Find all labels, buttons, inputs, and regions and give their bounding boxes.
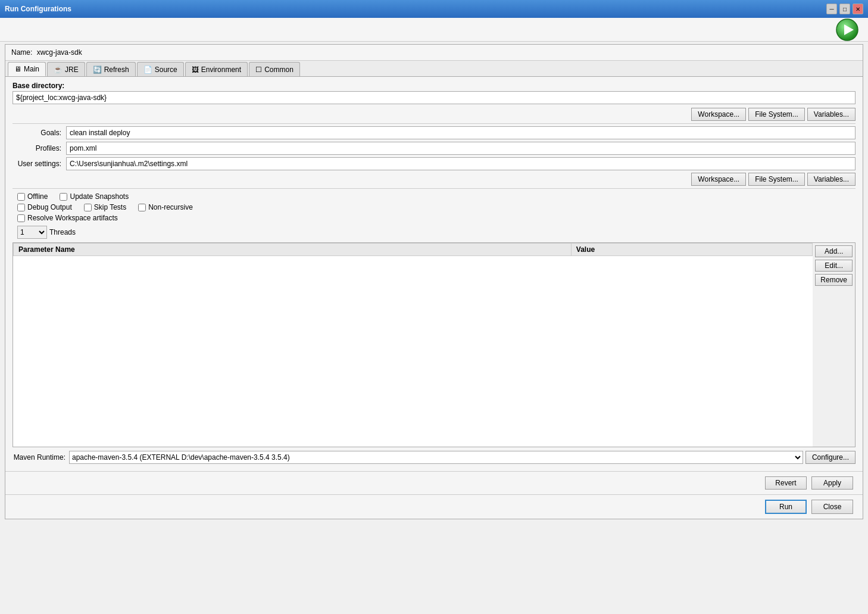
maven-runtime-label: Maven Runtime:	[13, 453, 69, 462]
offline-checkbox-item[interactable]: Offline	[17, 192, 48, 201]
tab-main-label: Main	[24, 65, 39, 73]
tab-jre[interactable]: ☕ JRE	[47, 62, 85, 76]
parameter-table-scroll[interactable]: Parameter Name Value	[13, 243, 813, 447]
file-system-button-2[interactable]: File System...	[748, 173, 805, 186]
tab-environment[interactable]: 🖼 Environment	[185, 62, 248, 76]
update-snapshots-label: Update Snapshots	[70, 192, 129, 201]
tab-source-label: Source	[155, 66, 177, 74]
goals-label: Goals:	[13, 129, 66, 137]
title-bar: Run Configurations ─ □ ✕	[0, 0, 868, 18]
maven-runtime-row: Maven Runtime: apache-maven-3.5.4 (EXTER…	[13, 451, 855, 464]
update-snapshots-checkbox[interactable]	[60, 193, 67, 201]
offline-label: Offline	[27, 192, 48, 201]
skip-tests-checkbox[interactable]	[84, 204, 92, 211]
common-tab-icon: ☐	[255, 66, 262, 74]
dialog: Name: xwcg-java-sdk 🖥 Main ☕ JRE 🔄 Refre…	[5, 44, 863, 519]
update-snapshots-checkbox-item[interactable]: Update Snapshots	[60, 192, 129, 201]
non-recursive-checkbox[interactable]	[138, 204, 146, 211]
skip-tests-checkbox-item[interactable]: Skip Tests	[84, 203, 126, 211]
threads-label: Threads	[49, 228, 76, 236]
final-buttons: Run Close	[5, 494, 863, 519]
remove-param-button[interactable]: Remove	[815, 274, 853, 286]
resolve-workspace-checkbox-item[interactable]: Resolve Workspace artifacts	[17, 214, 118, 222]
close-window-button[interactable]: ✕	[853, 4, 863, 14]
title-bar-controls: ─ □ ✕	[826, 4, 863, 14]
non-recursive-checkbox-item[interactable]: Non-recursive	[138, 203, 193, 211]
jre-tab-icon: ☕	[54, 66, 63, 74]
tab-source[interactable]: 📄 Source	[137, 62, 184, 76]
debug-output-checkbox[interactable]	[17, 204, 25, 211]
base-dir-buttons: Workspace... File System... Variables...	[13, 108, 855, 121]
edit-param-button[interactable]: Edit...	[815, 260, 853, 272]
param-side-buttons: Add... Edit... Remove	[813, 243, 855, 447]
parameter-table-container: Parameter Name Value Add... Edit... Remo…	[13, 242, 855, 447]
tab-jre-label: JRE	[65, 66, 79, 74]
title-bar-title: Run Configurations	[5, 5, 71, 13]
non-recursive-label: Non-recursive	[148, 203, 193, 211]
file-system-button-1[interactable]: File System...	[748, 108, 805, 121]
name-label: Name:	[11, 48, 32, 57]
bottom-bar: Revert Apply	[5, 471, 863, 494]
user-settings-buttons: Workspace... File System... Variables...	[13, 173, 855, 186]
skip-tests-label: Skip Tests	[94, 203, 126, 211]
run-button[interactable]: Run	[765, 500, 807, 514]
debug-output-label: Debug Output	[27, 203, 72, 211]
user-settings-input[interactable]	[66, 157, 855, 170]
tab-main[interactable]: 🖥 Main	[8, 62, 46, 76]
tab-refresh-label: Refresh	[104, 66, 129, 74]
profiles-row: Profiles:	[13, 142, 855, 155]
name-row: Name: xwcg-java-sdk	[5, 45, 863, 61]
base-directory-input[interactable]	[13, 91, 855, 104]
refresh-tab-icon: 🔄	[93, 66, 102, 74]
goals-row: Goals:	[13, 126, 855, 139]
profiles-label: Profiles:	[13, 144, 66, 152]
goals-input[interactable]	[66, 126, 855, 139]
base-directory-section: Base directory:	[13, 82, 855, 104]
workspace-button-2[interactable]: Workspace...	[691, 173, 746, 186]
base-directory-label: Base directory:	[13, 82, 855, 90]
add-param-button[interactable]: Add...	[815, 245, 853, 257]
profiles-input[interactable]	[66, 142, 855, 155]
offline-checkbox[interactable]	[17, 193, 25, 201]
parameter-table-body	[14, 256, 813, 447]
run-play-button[interactable]	[836, 18, 858, 41]
maven-configure-button[interactable]: Configure...	[805, 451, 855, 464]
variables-button-1[interactable]: Variables...	[807, 108, 855, 121]
parameter-table: Parameter Name Value	[13, 243, 813, 447]
resolve-workspace-label: Resolve Workspace artifacts	[27, 214, 118, 222]
source-tab-icon: 📄	[143, 66, 152, 74]
debug-output-checkbox-item[interactable]: Debug Output	[17, 203, 72, 211]
minimize-button[interactable]: ─	[826, 4, 837, 14]
threads-select[interactable]: 1 2 4 8	[17, 226, 47, 239]
maximize-button[interactable]: □	[839, 4, 850, 14]
threads-row: 1 2 4 8 Threads	[17, 226, 855, 239]
main-tab-icon: 🖥	[14, 65, 21, 73]
name-value: xwcg-java-sdk	[37, 48, 82, 57]
variables-button-2[interactable]: Variables...	[807, 173, 855, 186]
maven-runtime-select[interactable]: apache-maven-3.5.4 (EXTERNAL D:\dev\apac…	[69, 451, 803, 464]
main-content: Base directory: Workspace... File System…	[5, 77, 863, 471]
tab-refresh[interactable]: 🔄 Refresh	[86, 62, 136, 76]
workspace-button-1[interactable]: Workspace...	[691, 108, 746, 121]
close-button[interactable]: Close	[811, 500, 853, 514]
param-name-header: Parameter Name	[14, 244, 572, 256]
tab-common[interactable]: ☐ Common	[249, 62, 300, 76]
user-settings-label: User settings:	[13, 160, 66, 168]
revert-button[interactable]: Revert	[765, 476, 807, 490]
divider-1	[13, 123, 855, 124]
param-value-header: Value	[571, 244, 812, 256]
checkbox-row-3: Resolve Workspace artifacts	[17, 214, 855, 222]
checkboxes-section: Offline Update Snapshots Debug Output Sk…	[13, 192, 855, 222]
user-settings-row: User settings:	[13, 157, 855, 170]
apply-button[interactable]: Apply	[811, 476, 853, 490]
tabs-container: 🖥 Main ☕ JRE 🔄 Refresh 📄 Source 🖼 Enviro…	[5, 61, 863, 77]
resolve-workspace-checkbox[interactable]	[17, 214, 25, 222]
toolbar-area	[0, 18, 868, 42]
checkbox-row-1: Offline Update Snapshots	[17, 192, 855, 201]
tab-environment-label: Environment	[201, 66, 241, 74]
tab-common-label: Common	[264, 66, 294, 74]
checkbox-row-2: Debug Output Skip Tests Non-recursive	[17, 203, 855, 211]
divider-2	[13, 188, 855, 189]
environment-tab-icon: 🖼	[192, 66, 199, 74]
